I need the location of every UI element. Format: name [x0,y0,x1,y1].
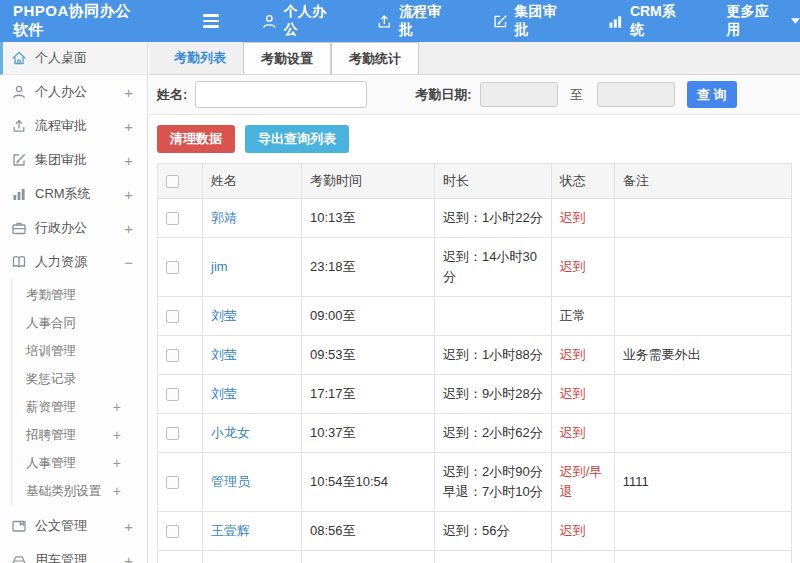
employee-name-link[interactable]: 刘莹 [211,386,237,401]
expand-toggle-icon[interactable]: + [124,552,133,563]
remark-cell [614,199,791,238]
sidebar-item[interactable]: 公文管理 + [0,509,147,543]
expand-toggle-icon[interactable]: + [124,518,133,535]
duration-cell: 迟到：14小时30分 [435,238,552,297]
column-header-name: 姓名 [203,164,302,199]
export-list-button[interactable]: 导出查询列表 [245,125,349,153]
table-body: 郭靖 10:13至 迟到：1小时22分 迟到 jim 23:18至 迟到：14小… [158,199,792,563]
table-row: jim 23:18至 迟到：14小时30分 迟到 [158,238,792,297]
remark-cell [614,238,791,297]
employee-name-link[interactable]: jim [211,259,228,274]
expand-toggle-icon[interactable]: + [124,118,133,135]
expand-toggle-icon[interactable]: − [124,254,133,271]
home-icon [11,50,27,66]
sidebar-subitem[interactable]: 奖惩记录 [0,365,147,393]
status-cell: 迟到 [551,375,614,414]
expand-toggle-icon[interactable]: + [124,84,133,101]
expand-toggle-icon[interactable]: + [113,455,121,471]
navbar-item[interactable]: 集团审批 [492,3,569,39]
clean-data-button[interactable]: 清理数据 [157,125,235,153]
attendance-time-cell: 23:18至 [302,238,435,297]
chart-icon [607,13,624,30]
row-checkbox[interactable] [166,427,179,440]
select-all-checkbox[interactable] [166,175,179,188]
expand-toggle-icon[interactable]: + [124,152,133,169]
briefcase-icon [11,220,27,236]
row-checkbox[interactable] [166,212,179,225]
expand-toggle-icon[interactable]: + [113,399,121,415]
row-checkbox[interactable] [166,525,179,538]
status-cell: 迟到 [551,414,614,453]
remark-cell: 业务需要外出 [614,336,791,375]
name-input[interactable] [195,81,367,108]
remark-cell [614,414,791,453]
row-checkbox[interactable] [166,310,179,323]
row-checkbox[interactable] [166,476,179,489]
status-cell: 迟到 [551,512,614,551]
column-header-time: 考勤时间 [302,164,435,199]
attendance-table: 姓名 考勤时间 时长 状态 备注 郭靖 10:13至 迟到：1小时22分 迟到 … [157,163,792,563]
navbar-item[interactable]: 流程审批 [376,3,453,39]
tab[interactable]: 考勤统计 [331,42,419,74]
employee-name-link[interactable]: 郭靖 [211,210,237,225]
navbar-item[interactable]: 更多应用 [726,3,800,39]
remark-cell: 1111 [614,453,791,512]
sidebar-item[interactable]: 个人办公 + [0,75,147,109]
date-label: 考勤日期: [415,86,471,104]
employee-name-link[interactable]: 刘莹 [211,347,237,362]
row-checkbox[interactable] [166,261,179,274]
sidebar-subitem[interactable]: 考勤管理 [0,281,147,309]
sidebar-subitem[interactable]: 培训管理 [0,337,147,365]
app-logo[interactable]: PHPOA协同办公软件 [0,2,146,40]
employee-name-link[interactable]: 管理员 [211,474,250,489]
sidebar-item[interactable]: 行政办公 + [0,211,147,245]
column-header-duration: 时长 [435,164,552,199]
sidebar-item[interactable]: CRM系统 + [0,177,147,211]
tab-bar: 考勤列表考勤设置考勤统计 [149,42,800,75]
expand-toggle-icon[interactable]: + [124,220,133,237]
date-to-input[interactable] [597,82,675,107]
navbar-item[interactable]: 个人办公 [261,3,338,39]
table-row: 郭靖 10:13至 迟到：1小时22分 迟到 [158,199,792,238]
sidebar-item[interactable]: 流程审批 + [0,109,147,143]
sidebar-subitem[interactable]: 人事合同 [0,309,147,337]
action-toolbar: 清理数据 导出查询列表 [149,115,800,163]
table-row: 小龙女 10:37至 迟到：2小时62分 迟到 [158,414,792,453]
sidebar-subitem[interactable]: 招聘管理 + [0,421,147,449]
expand-toggle-icon[interactable]: + [113,483,121,499]
employee-name-link[interactable]: 小龙女 [211,425,250,440]
sidebar-subitem[interactable]: 人事管理 + [0,449,147,477]
status-cell: 迟到/早退 [551,551,614,563]
navbar-menu: 个人办公 流程审批 集团审批 CRM系统 更多应用 [261,3,800,39]
employee-name-link[interactable]: 刘莹 [211,308,237,323]
sidebar-item[interactable]: 人力资源 − [0,245,147,279]
status-cell: 正常 [551,297,614,336]
employee-name-link[interactable]: 王壹辉 [211,523,250,538]
row-checkbox[interactable] [166,349,179,362]
sidebar-item[interactable]: 集团审批 + [0,143,147,177]
navbar-item[interactable]: CRM系统 [607,3,688,39]
sidebar-item[interactable]: 用车管理 + [0,543,147,563]
attendance-time-cell: 09:00至 [302,297,435,336]
expand-toggle-icon[interactable]: + [124,186,133,203]
sidebar-subitem[interactable]: 薪资管理 + [0,393,147,421]
edit-icon [492,13,509,30]
expand-toggle-icon[interactable]: + [113,427,121,443]
menu-icon[interactable] [203,14,219,28]
book-icon [11,254,27,270]
date-to-label: 至 [570,86,583,104]
duration-cell: 迟到：2小时90分早退：7小时10分 [435,453,552,512]
sidebar-submenu: 考勤管理 人事合同 培训管理 奖惩记录 薪资管理 + 招聘管理 + 人事管理 +… [0,279,147,509]
attendance-time-cell: 10:37至 [302,414,435,453]
tab[interactable]: 考勤列表 [157,42,243,74]
date-from-input[interactable] [480,82,558,107]
attendance-time-cell: 10:54至10:54 [302,453,435,512]
edit-icon [11,152,27,168]
tab[interactable]: 考勤设置 [243,42,331,74]
top-navbar: PHPOA协同办公软件 个人办公 流程审批 集团审批 CRM系统 更多应用 [0,0,800,42]
table-header-row: 姓名 考勤时间 时长 状态 备注 [158,164,792,199]
search-button[interactable]: 查 询 [687,81,737,108]
row-checkbox[interactable] [166,388,179,401]
sidebar-subitem[interactable]: 基础类别设置 + [0,477,147,505]
sidebar-item[interactable]: 个人桌面 [0,42,147,75]
